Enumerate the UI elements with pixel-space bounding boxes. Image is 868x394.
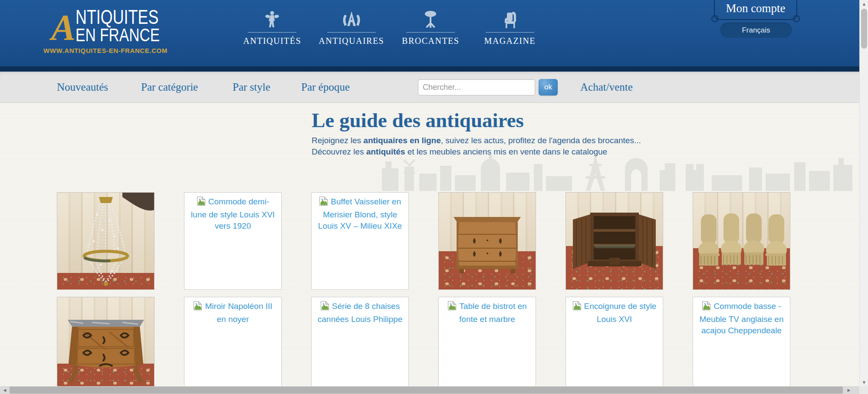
nav-label: ANTIQUAIRES: [319, 36, 384, 46]
subnav-item-par-epoque[interactable]: Par époque: [301, 72, 350, 103]
language-button[interactable]: Français: [720, 23, 792, 38]
site-header: A NTIQUITES EN FRANCE WWW.ANTIQUITES-EN-…: [0, 0, 859, 66]
product-link: Commode basse - Meuble TV anglaise en ac…: [700, 302, 784, 335]
product-link-card[interactable]: Commode demi-lune de style Louis XVI ver…: [184, 192, 282, 290]
search-ok-button[interactable]: ok: [539, 79, 558, 95]
broken-image-icon: [702, 301, 711, 314]
product-photo-chairs[interactable]: [693, 192, 790, 290]
intro-line-2: Découvrez les antiquités et les meubles …: [312, 146, 641, 158]
account-label: Mon compte: [715, 2, 796, 15]
cabinet-photo-art: [566, 193, 663, 289]
nav-item-antiquaires[interactable]: ANTIQUAIRES: [316, 9, 388, 61]
vertical-scrollbar-thumb[interactable]: [861, 9, 867, 49]
nav-item-antiquites[interactable]: ANTIQUITÉS: [237, 9, 308, 61]
nav-item-magazine[interactable]: MAGAZINE: [474, 9, 546, 61]
vertical-scrollbar[interactable]: ▲ ▼: [859, 0, 868, 386]
product-link: Buffet Vaisselier en Merisier Blond, sty…: [318, 197, 402, 230]
scroll-up-icon[interactable]: ▲: [860, 1, 868, 7]
product-photo-cabinet[interactable]: [566, 192, 663, 290]
subnav-item-par-categorie[interactable]: Par catégorie: [141, 72, 198, 103]
ornate-commode-photo-art: [57, 297, 154, 394]
logo-line2: EN FRANCE: [76, 26, 160, 44]
horizontal-scrollbar[interactable]: ◄ ►: [0, 386, 859, 394]
intro-line-1: Rejoignez les antiquaires en ligne, suiv…: [312, 135, 641, 146]
product-link-card[interactable]: Miroir Napoléon III en noyer: [184, 297, 282, 394]
product-photo-ornate-commode[interactable]: [57, 297, 155, 394]
broken-image-icon: [193, 301, 202, 314]
broken-image-icon: [319, 196, 328, 209]
nav-item-brocantes[interactable]: BROCANTES: [395, 9, 467, 61]
cherub-icon: [265, 9, 279, 30]
secondary-nav: Nouveautés Par catégorie Par style Par é…: [0, 72, 859, 103]
product-photo-chandelier[interactable]: [57, 192, 155, 290]
product-link: Table de bistrot en fonte et marbre: [459, 302, 527, 324]
product-link-card[interactable]: Buffet Vaisselier en Merisier Blond, sty…: [311, 192, 409, 290]
language-label: Français: [742, 26, 770, 35]
logo-url: WWW.ANTIQUITES-EN-FRANCE.COM: [43, 47, 168, 54]
nav-underline: [406, 32, 455, 33]
caliper-a-icon: [341, 9, 362, 30]
search-input[interactable]: [418, 79, 535, 95]
main-nav: ANTIQUITÉS ANTIQUAIRES: [237, 9, 553, 61]
broken-image-icon: [572, 301, 582, 314]
broken-image-icon: [447, 301, 457, 314]
nav-label: BROCANTES: [402, 36, 459, 46]
page-title: Le guide des antiquaires: [312, 108, 524, 132]
product-link: Encoignure de style Louis XVI: [584, 302, 657, 324]
scroll-left-icon[interactable]: ◄: [0, 387, 9, 394]
page: A NTIQUITES EN FRANCE WWW.ANTIQUITES-EN-…: [0, 0, 868, 394]
broken-image-icon: [197, 196, 206, 209]
product-link-card[interactable]: Série de 8 chaises cannées Louis Philipp…: [311, 297, 409, 394]
site-logo[interactable]: A NTIQUITES EN FRANCE WWW.ANTIQUITES-EN-…: [51, 3, 194, 60]
nav-underline: [327, 32, 376, 33]
subnav-item-par-style[interactable]: Par style: [233, 72, 270, 103]
armchair-icon: [501, 9, 519, 30]
product-link-card[interactable]: Commode basse - Meuble TV anglaise en ac…: [693, 297, 790, 394]
pedestal-table-icon: [421, 9, 440, 30]
scroll-down-icon[interactable]: ▼: [860, 380, 868, 385]
nav-label: MAGAZINE: [484, 36, 536, 46]
account-button[interactable]: Mon compte: [714, 0, 797, 20]
chandelier-photo-art: [57, 193, 154, 289]
product-photo-commode[interactable]: [438, 192, 536, 290]
nav-label: ANTIQUITÉS: [243, 36, 301, 46]
scrollbar-corner: [859, 386, 868, 394]
logo-line1: NTIQUITES: [76, 7, 158, 27]
nav-underline: [248, 32, 296, 33]
logo-initial: A: [51, 10, 76, 46]
horizontal-scrollbar-thumb[interactable]: [10, 387, 843, 394]
subnav-item-nouveautes[interactable]: Nouveautés: [57, 72, 108, 103]
intro-text: Rejoignez les antiquaires en ligne, suiv…: [312, 135, 641, 158]
chairs-photo-art: [693, 193, 790, 289]
product-link-card[interactable]: Encoignure de style Louis XVI: [566, 297, 663, 394]
subnav-item-achat-vente[interactable]: Achat/vente: [580, 72, 633, 103]
broken-image-icon: [320, 301, 329, 314]
product-link: Série de 8 chaises cannées Louis Philipp…: [318, 302, 402, 324]
product-link-card[interactable]: Table de bistrot en fonte et marbre: [438, 297, 536, 394]
product-link: Miroir Napoléon III en noyer: [205, 302, 272, 324]
nav-underline: [486, 32, 534, 33]
commode-photo-art: [439, 193, 536, 289]
scroll-right-icon[interactable]: ►: [845, 387, 853, 394]
